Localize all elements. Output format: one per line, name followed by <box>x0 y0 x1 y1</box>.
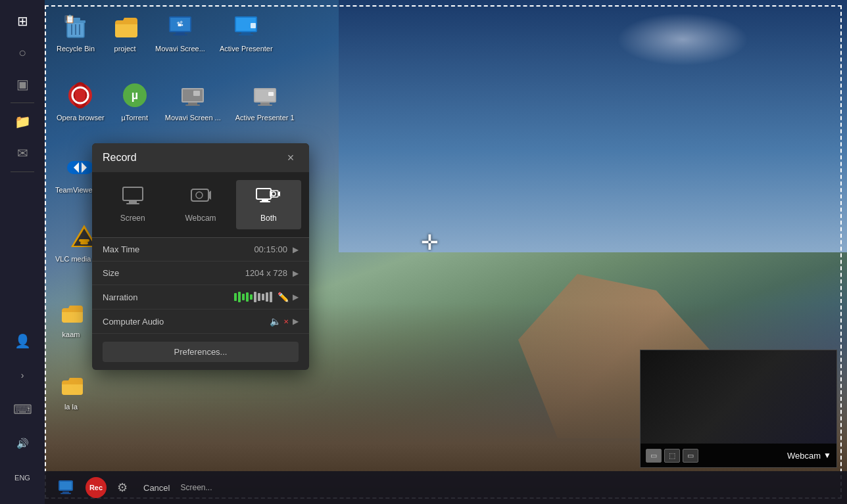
size-row: Size 1204 x 728 ▶ <box>92 262 309 285</box>
taskbar-left: ⊞ ○ ▣ 📁 ✉ 👤 › ⌨ 🔊 ENG <box>0 0 45 504</box>
mic-icon: ✏️ <box>278 292 289 302</box>
narration-row: Narration ✏️ ▶ <box>92 285 309 309</box>
svg-text:📋: 📋 <box>65 14 75 24</box>
utorrent-label: µTorrent <box>121 114 148 122</box>
preferences-button[interactable]: Preferences... <box>103 342 299 362</box>
computer-audio-row: Computer Audio 🔈 ✕ ▶ <box>92 309 309 334</box>
kaam-icon[interactable]: kaam <box>51 292 91 343</box>
svg-rect-54 <box>62 492 69 493</box>
mail-icon[interactable]: ✉ <box>8 139 37 168</box>
webcam-view2-button[interactable]: ⬚ <box>664 449 680 463</box>
webcam-mode-button[interactable]: Webcam <box>168 180 233 229</box>
keyboard-icon[interactable]: ⌨ <box>8 395 37 424</box>
rec-button[interactable]: Rec <box>85 477 107 498</box>
active-presenter1-icon[interactable]: Active Presenter 1 <box>231 76 299 126</box>
task-view-icon[interactable]: ▣ <box>8 70 37 99</box>
svg-rect-38 <box>79 239 89 242</box>
folder-icon[interactable]: 📁 <box>8 107 37 136</box>
svg-rect-41 <box>129 201 137 203</box>
computer-audio-label: Computer Audio <box>103 317 270 327</box>
lala-img <box>55 369 87 400</box>
webcam-preview: ▭ ⬚ ▭ Webcam ▼ <box>640 350 837 468</box>
movavi-screen1-img: 📽 <box>164 11 196 42</box>
active-presenter1-label: Active Presenter 1 <box>235 114 295 122</box>
both-mode-button[interactable]: Both <box>236 180 301 229</box>
mode-selection: Screen Webcam <box>92 172 309 238</box>
webcam-dropdown-icon[interactable]: ▼ <box>823 451 831 460</box>
search-icon[interactable]: ○ <box>8 38 37 67</box>
taskbar-app-img <box>58 480 74 495</box>
svg-rect-32 <box>268 92 274 96</box>
recycle-bin-img: 📋 <box>60 11 91 42</box>
movavi-screen2-label: Movavi Screen ... <box>165 114 221 122</box>
narration-arrow[interactable]: ▶ <box>293 292 299 302</box>
arrow-right-icon[interactable]: › <box>8 361 37 390</box>
opera-icon[interactable]: Opera browser <box>53 76 109 126</box>
speaker-icon: 🔈 <box>270 316 281 327</box>
utorrent-icon[interactable]: µ µTorrent <box>115 76 155 126</box>
svg-rect-25 <box>188 103 197 104</box>
size-arrow[interactable]: ▶ <box>293 269 299 278</box>
both-mode-icon <box>256 187 281 210</box>
desktop: ⊞ ○ ▣ 📁 ✉ 👤 › ⌨ 🔊 ENG <box>0 0 847 504</box>
utorrent-img: µ <box>119 80 151 111</box>
svg-rect-39 <box>80 242 88 244</box>
svg-rect-48 <box>260 201 270 202</box>
max-time-arrow[interactable]: ▶ <box>293 245 299 254</box>
bottom-taskbar: Rec ⚙ Cancel Screen... <box>45 471 847 504</box>
webcam-controls: ▭ ⬚ ▭ Webcam ▼ <box>641 444 836 467</box>
windows-icon[interactable]: ⊞ <box>8 7 37 35</box>
taskbar-app-icon[interactable] <box>51 477 80 498</box>
webcam-view1-button[interactable]: ▭ <box>646 449 662 463</box>
svg-point-45 <box>196 192 203 198</box>
active-presenter-icon[interactable]: Active Presenter <box>216 7 277 57</box>
teamviewer-img <box>64 152 96 183</box>
svg-rect-26 <box>185 104 200 106</box>
dialog-close-button[interactable]: × <box>283 150 299 166</box>
project-icon[interactable]: project <box>105 7 145 57</box>
narration-label: Narration <box>103 292 234 302</box>
lala-icon[interactable]: la la <box>51 365 91 415</box>
movavi-screen2-icon[interactable]: Movavi Screen ... <box>161 76 225 126</box>
dialog-header: Record × <box>92 143 309 172</box>
screen-label: Screen... <box>180 483 212 492</box>
svg-rect-31 <box>258 104 272 106</box>
user-icon[interactable]: 👤 <box>8 327 37 355</box>
svg-rect-46 <box>256 189 271 199</box>
size-value: 1204 x 728 <box>245 268 287 278</box>
svg-rect-17 <box>251 23 256 28</box>
screen-mode-button[interactable]: Screen <box>100 180 165 229</box>
computer-audio-arrow[interactable]: ▶ <box>293 317 299 326</box>
active-presenter-img <box>230 11 262 42</box>
screen-mode-label: Screen <box>120 214 145 223</box>
max-time-label: Max Time <box>103 244 254 254</box>
webcam-view3-button[interactable]: ▭ <box>683 449 698 463</box>
svg-rect-42 <box>126 203 139 204</box>
separator2 <box>11 172 34 172</box>
recycle-bin-icon[interactable]: 📋 Recycle Bin <box>53 7 99 57</box>
max-time-row: Max Time 00:15:00 ▶ <box>92 238 309 262</box>
movavi-screen2-img <box>177 80 208 111</box>
opera-img <box>64 80 96 111</box>
svg-rect-11 <box>173 34 187 35</box>
cancel-button[interactable]: Cancel <box>138 480 175 495</box>
volume-icon[interactable]: 🔊 <box>8 429 37 458</box>
active-presenter1-img <box>249 80 281 111</box>
size-label: Size <box>103 268 245 278</box>
narration-audio-bars <box>234 292 272 302</box>
record-dialog: Record × Screen <box>92 143 309 370</box>
both-mode-label: Both <box>260 214 277 223</box>
language-display[interactable]: ENG <box>8 463 37 492</box>
kaam-img <box>55 296 87 328</box>
movavi-screen1-icon[interactable]: 📽 Movavi Scree... <box>151 7 209 57</box>
dialog-title: Record <box>103 152 137 164</box>
settings-area: Max Time 00:15:00 ▶ Size 1204 x 728 ▶ Na… <box>92 238 309 334</box>
svg-text:📽: 📽 <box>177 20 183 28</box>
svg-rect-15 <box>241 32 251 34</box>
sky-bg <box>339 0 847 252</box>
opera-label: Opera browser <box>57 114 105 122</box>
svg-rect-10 <box>176 32 185 34</box>
settings-button[interactable]: ⚙ <box>112 477 133 498</box>
svg-rect-40 <box>123 187 143 200</box>
svg-rect-30 <box>260 103 270 104</box>
